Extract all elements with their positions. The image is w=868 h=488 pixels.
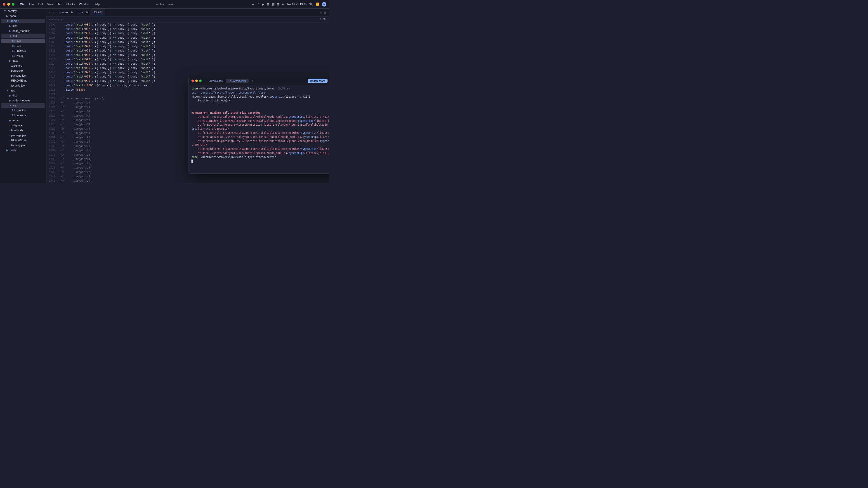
term-close[interactable] — [191, 79, 194, 82]
line-numbers: 1005100610071008100910101011101210131014… — [46, 22, 58, 183]
file-icon: · — [9, 134, 10, 137]
menu-view[interactable]: View — [47, 2, 54, 6]
sidebar-item-trace[interactable]: ▶ trace — [1, 59, 45, 63]
sidebar-item-a-ts[interactable]: TS a.ts — [1, 39, 45, 43]
sidebar-item-trpc-src[interactable]: ▼ src — [1, 103, 45, 108]
split-editor-button[interactable]: ⊞ — [324, 11, 327, 14]
menu-file[interactable]: File — [29, 2, 34, 6]
tab-a-d-ts[interactable]: d a.d.ts — [76, 8, 91, 16]
sidebar-item-treaty[interactable]: ▶ treaty — [1, 148, 45, 153]
terminal-add-tab[interactable]: + — [249, 78, 256, 83]
sidebar-label: trace — [12, 59, 19, 62]
terminal-search-icon[interactable]: 🔍 — [329, 78, 329, 83]
back-icon: ⏮ — [252, 2, 255, 6]
terminal-stack-line: at visitNode2 (/Users/saltyaom/.bun/inst… — [191, 119, 329, 123]
terminal-content[interactable]: base ~/Documents/web/elysia/example/type… — [189, 85, 329, 173]
sidebar-item-trpc-bun[interactable]: · bun.lockb — [1, 128, 45, 133]
line-number: 1019 — [49, 84, 55, 88]
file-icon: · — [9, 139, 10, 142]
terminal-titlebar: ~/D/w/e/eden ~/D/w/e/t/server + Update W… — [189, 77, 329, 85]
sidebar-label: ws.ts — [17, 54, 23, 57]
sidebar-item-tsconfig[interactable]: · tsconfig.json — [1, 84, 45, 88]
tab-a-ts[interactable]: TS a.ts — [91, 8, 105, 16]
sidebar-item-ws-ts[interactable]: TS ws.ts — [1, 54, 45, 58]
sidebar-item-trpc-gitignore[interactable]: · .gitignore — [1, 123, 45, 128]
sidebar-item-client-ts[interactable]: TS client.ts — [1, 108, 45, 113]
menu-edit[interactable]: Edit — [38, 2, 43, 6]
tab-label: a.d.ts — [82, 11, 88, 14]
add-tab-button[interactable]: + — [320, 10, 322, 14]
folder-icon: ▼ — [4, 9, 6, 13]
line-number: 1009 — [49, 40, 55, 44]
sidebar-item-trpc-index-ts[interactable]: TS index.ts — [1, 113, 45, 118]
sidebar-item-dist[interactable]: ▶ dist — [1, 24, 45, 28]
terminal-tab-2[interactable]: ~/D/w/e/t/server — [226, 78, 249, 83]
sidebar-item-trpc-dist[interactable]: ▶ dist — [1, 93, 45, 98]
terminal-traffic-lights — [191, 79, 202, 82]
sidebar-item-trpc-node-modules[interactable]: ▶ node_modules — [1, 98, 45, 103]
file-icon: · — [9, 69, 10, 72]
menu-blocks[interactable]: Blocks — [66, 2, 75, 6]
sidebar-label: src — [13, 104, 17, 107]
line-number: 1035 — [49, 153, 55, 157]
sidebar-item-trpc-trace[interactable]: ▶ trace — [1, 118, 45, 123]
sidebar-label: a.ts — [17, 39, 21, 42]
tab-back[interactable]: ‹ — [49, 10, 51, 15]
line-number: 1007 — [49, 31, 55, 36]
tab-index-d-ts[interactable]: d index.d.ts — [56, 8, 76, 16]
sidebar-item-server[interactable]: ▼ server — [1, 19, 45, 23]
close-button[interactable] — [3, 3, 5, 6]
sidebar-item-src[interactable]: ▼ src — [1, 34, 45, 38]
sidebar-item-hono-t[interactable]: ▶ hono-t — [1, 14, 45, 18]
terminal-prompt-line: base ~/Documents/web/elysia/example/type… — [191, 155, 329, 159]
tab-forward[interactable]: › — [52, 10, 55, 15]
menu-help[interactable]: Help — [94, 2, 100, 6]
sidebar-item-bun-lockb[interactable]: · bun.lockb — [1, 68, 45, 73]
sidebar-item-trpc[interactable]: ▼ trpc — [1, 88, 45, 93]
sidebar-item-trpc-readme[interactable]: · README.md — [1, 138, 45, 142]
sidebar-label: .gitignore — [11, 64, 22, 67]
search-editor-icon[interactable]: 🔍 — [323, 18, 327, 21]
line-number: 1027 — [49, 118, 55, 123]
sidebar-item-trpc-tsconfig[interactable]: · tsconfig.json — [1, 143, 45, 148]
sidebar-item-package-json[interactable]: · package.json — [1, 73, 45, 78]
sidebar-item-index-ts[interactable]: TS index.ts — [1, 48, 45, 53]
titlebar-sep: › — [166, 3, 166, 6]
terminal-stack-line: at bind (/Users/saltyaom/.bun/install/gl… — [191, 115, 329, 119]
folder-icon: ▶ — [9, 99, 11, 102]
control-icon: ⌃ — [257, 2, 260, 6]
menu-window[interactable]: Window — [79, 2, 90, 6]
avatar[interactable]: W — [322, 2, 327, 6]
term-maximize[interactable] — [199, 79, 202, 82]
sidebar-item-gitignore[interactable]: · .gitignore — [1, 64, 45, 68]
terminal-tab-1[interactable]: ~/D/w/e/eden — [205, 78, 225, 83]
apple-icon:  — [18, 2, 19, 6]
sidebar-item-readme[interactable]: · README.md — [1, 78, 45, 83]
maximize-button[interactable] — [12, 3, 14, 6]
menu-tab[interactable]: Tab — [57, 2, 62, 6]
ts-icon: d — [79, 11, 80, 14]
line-number: 1011 — [49, 49, 55, 53]
menu-app[interactable]: Warp — [20, 2, 27, 6]
sidebar-label: node_modules — [12, 99, 30, 102]
minimize-button[interactable] — [7, 3, 10, 6]
line-number: 1010 — [49, 44, 55, 49]
code-line: .post('/salt/995', ({ body }) => body, {… — [58, 62, 329, 66]
line-number: 1028 — [49, 123, 55, 127]
term-minimize[interactable] — [195, 79, 198, 82]
line-number: 1031 — [49, 135, 55, 140]
sidebar-item-trpc-package[interactable]: · package.json — [1, 133, 45, 138]
sidebar-label: bun.lockb — [11, 129, 23, 132]
line-number: 1039 — [49, 170, 55, 174]
sidebar-label: dorothy — [8, 9, 17, 13]
terminal-line: function bind(node) { — [191, 99, 329, 103]
line-number: 1015 — [49, 66, 55, 70]
sidebar-item-dorothy[interactable]: ▼ dorothy — [1, 9, 45, 13]
sidebar-item-node-modules[interactable]: ▶ node_modules — [1, 29, 45, 33]
font-size-icon[interactable]: T — [320, 18, 321, 21]
search-icon[interactable]: 🔍 — [309, 2, 313, 6]
line-number: 1040 — [49, 175, 55, 179]
sidebar-item-b-ts[interactable]: TS b.ts — [1, 43, 45, 48]
sidebar-label: .gitignore — [11, 124, 22, 127]
update-warp-button[interactable]: Update Warp — [308, 78, 328, 83]
